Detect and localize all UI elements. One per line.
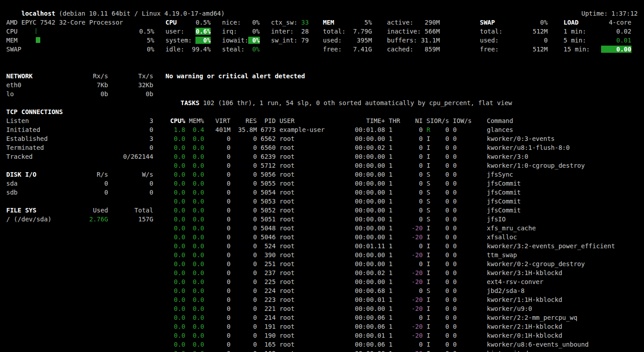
panel-value-1: 0	[67, 189, 108, 196]
cpu-percent: 0.0	[166, 233, 185, 241]
io-counters: 0 0	[430, 251, 457, 259]
stat-label: sw_int:	[271, 37, 297, 44]
command: kworker/u9:0	[457, 305, 532, 312]
virt-res-pid: 0 0 224	[204, 287, 280, 294]
command: kworker/1:0-cgroup_destroy	[457, 162, 585, 169]
panel-label: / (/dev/sda)	[6, 216, 67, 223]
stat-line: free: 7.41G cached: 859M	[323, 45, 440, 54]
user-time-thr: root 00:00.06 1	[280, 323, 404, 330]
nice: 0	[404, 153, 423, 160]
mem-percent: 0.0	[189, 269, 204, 276]
virt-res-pid: 0 0 223	[204, 296, 280, 303]
panel-label: Established	[6, 135, 67, 142]
virt-res-pid: 0 0 5046	[204, 233, 280, 241]
virt-res-pid: 0 0 390	[204, 251, 280, 259]
spacer	[185, 269, 189, 276]
stat-value: 0%	[248, 28, 259, 35]
spacer	[185, 260, 189, 267]
command: kworker/3:1H-kblockd	[457, 269, 562, 276]
io-counters: 0 0	[430, 144, 457, 151]
mem-percent: 0.0	[189, 296, 204, 303]
virt-res-pid: 0 0 5053	[204, 198, 280, 205]
panel-value-1	[67, 135, 108, 142]
user-time-thr: root 00:00.00 1	[280, 153, 404, 160]
panel-header-row: DISK I/O R/s W/s	[6, 170, 153, 179]
mem-percent: 0.0	[189, 305, 204, 312]
io-counters: 0 0	[430, 198, 457, 205]
stat-line: used: 395M buffers: 31.1M	[323, 36, 440, 45]
io-counters: 0 0	[430, 278, 457, 285]
spacer	[423, 287, 426, 294]
spacer	[185, 350, 189, 352]
stat-label: irq:	[222, 28, 248, 35]
panel-label: TCP CONNECTIONS	[6, 108, 67, 115]
stat-value: 395M	[349, 37, 372, 44]
state: S	[427, 180, 430, 187]
spacer	[185, 278, 189, 285]
usage-bar	[36, 36, 125, 45]
cpu-percent: 0.0	[166, 287, 185, 294]
stat-label: iowait:	[222, 37, 248, 44]
stat-line: 1 min: 0.02	[564, 27, 631, 36]
spacer	[423, 251, 426, 259]
spacer	[185, 233, 189, 241]
spacer	[185, 332, 189, 339]
spacer	[185, 162, 189, 169]
virt-res-pid: 0 0 524	[204, 242, 280, 250]
usage-value: 5%	[125, 36, 154, 45]
command: jfsSync	[457, 171, 513, 178]
process-row: 0.0 0.0 0 0 225 root 00:00.00 1 -20 I 0 …	[166, 277, 615, 286]
stat-label: LOAD	[564, 19, 593, 26]
stat-value: 290M	[421, 19, 440, 26]
cpu-percent: 0.0	[166, 323, 185, 330]
process-row: 0.0 0.0 0 0 214 root 00:00.06 1 0 I 0 0 …	[166, 313, 615, 322]
usage-value: 0.5%	[125, 27, 154, 36]
panel-header-row: NETWORK Rx/s Tx/s	[6, 72, 153, 81]
nice: 0	[404, 314, 423, 321]
command: xfsalloc	[457, 233, 517, 241]
cpu-percent: 0.0	[166, 171, 185, 178]
spacer	[6, 99, 10, 106]
panel-value-2: 32Kb	[108, 81, 153, 89]
command: kworker/0:3-events	[457, 135, 555, 142]
spacer	[423, 216, 426, 223]
io-counters: 0 0	[430, 135, 457, 142]
usage-label: SWAP	[6, 45, 36, 54]
spacer	[260, 28, 271, 35]
user-time-thr: root 00:00.02 1	[280, 144, 404, 151]
panel-value-2	[108, 108, 153, 115]
nice: -20	[404, 233, 423, 241]
spacer	[423, 180, 426, 187]
user-time-thr: root 00:00.00 1	[280, 305, 404, 312]
spacer	[185, 189, 189, 196]
virt-res-pid: 0 0 5052	[204, 207, 280, 214]
virt-res-pid: 0 0 251	[204, 260, 280, 267]
mem-percent: 0.0	[189, 278, 204, 285]
user-time-thr: root 00:00.00 1	[280, 278, 404, 285]
panel-value-2: 0	[108, 144, 153, 151]
stat-label: 5 min:	[564, 37, 593, 44]
virt-res-pid: 0 0 214	[204, 314, 280, 321]
mem-percent: 0.0	[189, 189, 204, 196]
mem-percent: 0.0	[189, 225, 204, 232]
state: I	[427, 296, 430, 303]
nice: -20	[404, 350, 423, 352]
spacer	[423, 189, 426, 196]
uptime-value: 1:37:12	[611, 10, 638, 17]
glances-terminal[interactable]: localhost(debian 10.11 64bit / Linux 4.1…	[0, 0, 644, 352]
nice: -20	[404, 278, 423, 285]
io-counters: 0 0	[430, 126, 457, 133]
command: jfsCommit	[457, 189, 521, 196]
panel-row: sdb 0 0	[6, 188, 153, 197]
stat-label: 1 min:	[564, 28, 593, 35]
cpu-percent: 0.0	[166, 144, 185, 151]
process-row: 0.0 0.0 0 0 5053 root 00:00.00 1 0 S 0 0…	[166, 197, 615, 206]
stat-label: inactive:	[387, 28, 421, 35]
nice: 0	[404, 341, 423, 348]
state: I	[427, 233, 430, 241]
virt-res-pid: 0 0 5712	[204, 162, 280, 169]
stat-line: 15 min: 0.00	[564, 45, 631, 54]
panel-value-1: 0	[67, 180, 108, 187]
stat-label: steal:	[222, 46, 248, 53]
nice: 0	[404, 198, 423, 205]
